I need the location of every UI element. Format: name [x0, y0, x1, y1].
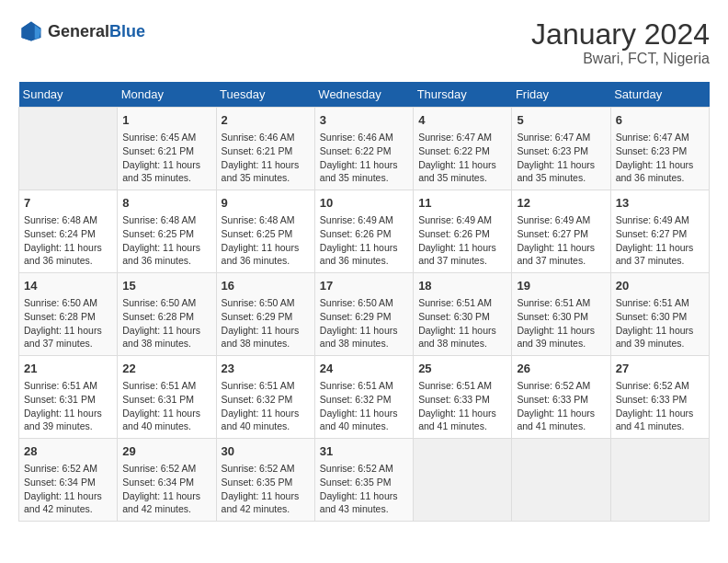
day-detail: Sunrise: 6:51 AM Sunset: 6:30 PM Dayligh…	[517, 296, 605, 350]
day-number: 30	[222, 443, 310, 460]
day-number: 15	[122, 278, 210, 294]
day-number: 17	[320, 278, 408, 294]
day-detail: Sunrise: 6:52 AM Sunset: 6:34 PM Dayligh…	[24, 462, 112, 516]
calendar-day-cell: 2Sunrise: 6:46 AM Sunset: 6:21 PM Daylig…	[216, 108, 314, 190]
calendar-day-cell: 23Sunrise: 6:51 AM Sunset: 6:32 PM Dayli…	[216, 356, 314, 439]
day-number: 31	[320, 443, 408, 460]
day-number: 19	[517, 278, 605, 294]
day-number: 24	[320, 361, 408, 377]
day-number: 20	[616, 278, 704, 294]
day-detail: Sunrise: 6:49 AM Sunset: 6:27 PM Dayligh…	[517, 213, 605, 268]
calendar-day-cell: 7Sunrise: 6:48 AM Sunset: 6:24 PM Daylig…	[19, 190, 118, 273]
calendar-day-cell: 25Sunrise: 6:51 AM Sunset: 6:33 PM Dayli…	[414, 356, 512, 439]
day-detail: Sunrise: 6:51 AM Sunset: 6:31 PM Dayligh…	[122, 379, 210, 433]
day-number: 23	[222, 361, 310, 377]
calendar-week-row: 14Sunrise: 6:50 AM Sunset: 6:28 PM Dayli…	[19, 273, 710, 356]
calendar-week-row: 7Sunrise: 6:48 AM Sunset: 6:24 PM Daylig…	[19, 190, 710, 273]
day-detail: Sunrise: 6:52 AM Sunset: 6:33 PM Dayligh…	[517, 379, 605, 433]
logo-text: GeneralBlue	[48, 22, 145, 41]
calendar-day-cell: 15Sunrise: 6:50 AM Sunset: 6:28 PM Dayli…	[118, 273, 216, 356]
day-number: 21	[24, 361, 112, 377]
day-detail: Sunrise: 6:52 AM Sunset: 6:35 PM Dayligh…	[320, 462, 408, 516]
day-detail: Sunrise: 6:51 AM Sunset: 6:32 PM Dayligh…	[222, 379, 310, 433]
calendar-day-cell: 30Sunrise: 6:52 AM Sunset: 6:35 PM Dayli…	[216, 438, 314, 521]
calendar-table: SundayMondayTuesdayWednesdayThursdayFrid…	[18, 82, 710, 522]
day-detail: Sunrise: 6:52 AM Sunset: 6:34 PM Dayligh…	[122, 462, 210, 516]
calendar-day-cell: 18Sunrise: 6:51 AM Sunset: 6:30 PM Dayli…	[414, 273, 512, 356]
day-detail: Sunrise: 6:51 AM Sunset: 6:32 PM Dayligh…	[320, 379, 408, 433]
day-detail: Sunrise: 6:51 AM Sunset: 6:33 PM Dayligh…	[418, 379, 506, 433]
calendar-week-row: 1Sunrise: 6:45 AM Sunset: 6:21 PM Daylig…	[19, 108, 710, 190]
day-number: 3	[320, 112, 408, 129]
day-number: 8	[122, 195, 210, 212]
calendar-day-cell	[414, 438, 512, 521]
calendar-week-row: 21Sunrise: 6:51 AM Sunset: 6:31 PM Dayli…	[19, 356, 710, 439]
day-detail: Sunrise: 6:50 AM Sunset: 6:29 PM Dayligh…	[222, 296, 310, 350]
calendar-day-cell: 4Sunrise: 6:47 AM Sunset: 6:22 PM Daylig…	[414, 108, 512, 190]
calendar-day-cell: 26Sunrise: 6:52 AM Sunset: 6:33 PM Dayli…	[512, 356, 610, 439]
day-number: 22	[122, 361, 210, 377]
day-detail: Sunrise: 6:47 AM Sunset: 6:22 PM Dayligh…	[418, 131, 506, 185]
logo-general: General	[48, 22, 109, 40]
calendar-title: January 2024	[531, 18, 710, 51]
calendar-day-cell: 14Sunrise: 6:50 AM Sunset: 6:28 PM Dayli…	[19, 273, 118, 356]
day-detail: Sunrise: 6:51 AM Sunset: 6:30 PM Dayligh…	[418, 296, 506, 350]
calendar-day-cell: 3Sunrise: 6:46 AM Sunset: 6:22 PM Daylig…	[314, 108, 413, 190]
day-number: 6	[616, 112, 704, 129]
svg-marker-2	[22, 22, 35, 41]
day-number: 18	[418, 278, 506, 294]
title-block: January 2024 Bwari, FCT, Nigeria	[531, 18, 710, 67]
calendar-day-cell: 16Sunrise: 6:50 AM Sunset: 6:29 PM Dayli…	[216, 273, 314, 356]
day-detail: Sunrise: 6:48 AM Sunset: 6:25 PM Dayligh…	[222, 213, 310, 268]
calendar-day-cell: 11Sunrise: 6:49 AM Sunset: 6:26 PM Dayli…	[414, 190, 512, 273]
calendar-day-cell: 21Sunrise: 6:51 AM Sunset: 6:31 PM Dayli…	[19, 356, 118, 439]
calendar-body: 1Sunrise: 6:45 AM Sunset: 6:21 PM Daylig…	[19, 108, 710, 522]
calendar-day-cell: 9Sunrise: 6:48 AM Sunset: 6:25 PM Daylig…	[216, 190, 314, 273]
calendar-day-cell: 22Sunrise: 6:51 AM Sunset: 6:31 PM Dayli…	[118, 356, 216, 439]
day-detail: Sunrise: 6:51 AM Sunset: 6:31 PM Dayligh…	[24, 379, 112, 433]
day-number: 25	[418, 361, 506, 377]
calendar-day-cell: 13Sunrise: 6:49 AM Sunset: 6:27 PM Dayli…	[610, 190, 709, 273]
weekday-header-cell: Monday	[118, 82, 216, 108]
day-detail: Sunrise: 6:47 AM Sunset: 6:23 PM Dayligh…	[616, 131, 704, 185]
weekday-header-cell: Saturday	[610, 82, 709, 108]
day-detail: Sunrise: 6:49 AM Sunset: 6:26 PM Dayligh…	[418, 213, 506, 268]
calendar-day-cell: 29Sunrise: 6:52 AM Sunset: 6:34 PM Dayli…	[118, 438, 216, 521]
weekday-header-cell: Thursday	[414, 82, 512, 108]
calendar-subtitle: Bwari, FCT, Nigeria	[531, 51, 710, 67]
day-detail: Sunrise: 6:50 AM Sunset: 6:29 PM Dayligh…	[320, 296, 408, 350]
calendar-day-cell	[610, 438, 709, 521]
day-detail: Sunrise: 6:48 AM Sunset: 6:25 PM Dayligh…	[122, 213, 210, 268]
calendar-day-cell: 19Sunrise: 6:51 AM Sunset: 6:30 PM Dayli…	[512, 273, 610, 356]
day-number: 26	[517, 361, 605, 377]
day-number: 16	[222, 278, 310, 294]
day-number: 1	[122, 112, 210, 129]
calendar-week-row: 28Sunrise: 6:52 AM Sunset: 6:34 PM Dayli…	[19, 438, 710, 521]
calendar-day-cell: 8Sunrise: 6:48 AM Sunset: 6:25 PM Daylig…	[118, 190, 216, 273]
weekday-header-row: SundayMondayTuesdayWednesdayThursdayFrid…	[19, 82, 710, 108]
day-detail: Sunrise: 6:52 AM Sunset: 6:33 PM Dayligh…	[616, 379, 704, 433]
day-detail: Sunrise: 6:49 AM Sunset: 6:26 PM Dayligh…	[320, 213, 408, 268]
day-number: 5	[517, 112, 605, 129]
calendar-day-cell: 5Sunrise: 6:47 AM Sunset: 6:23 PM Daylig…	[512, 108, 610, 190]
day-number: 7	[24, 195, 112, 212]
logo: GeneralBlue	[18, 18, 145, 44]
day-number: 2	[222, 112, 310, 129]
weekday-header-cell: Sunday	[19, 82, 118, 108]
day-number: 27	[616, 361, 704, 377]
calendar-day-cell: 12Sunrise: 6:49 AM Sunset: 6:27 PM Dayli…	[512, 190, 610, 273]
page-header: GeneralBlue January 2024 Bwari, FCT, Nig…	[18, 18, 710, 67]
calendar-day-cell: 28Sunrise: 6:52 AM Sunset: 6:34 PM Dayli…	[19, 438, 118, 521]
day-number: 4	[418, 112, 506, 129]
day-detail: Sunrise: 6:48 AM Sunset: 6:24 PM Dayligh…	[24, 213, 112, 268]
logo-blue: Blue	[109, 22, 145, 40]
calendar-day-cell	[512, 438, 610, 521]
day-number: 14	[24, 278, 112, 294]
day-number: 29	[122, 443, 210, 460]
weekday-header-cell: Friday	[512, 82, 610, 108]
day-detail: Sunrise: 6:50 AM Sunset: 6:28 PM Dayligh…	[24, 296, 112, 350]
day-detail: Sunrise: 6:45 AM Sunset: 6:21 PM Dayligh…	[122, 131, 210, 185]
day-detail: Sunrise: 6:46 AM Sunset: 6:22 PM Dayligh…	[320, 131, 408, 185]
calendar-day-cell: 10Sunrise: 6:49 AM Sunset: 6:26 PM Dayli…	[314, 190, 413, 273]
weekday-header-cell: Tuesday	[216, 82, 314, 108]
